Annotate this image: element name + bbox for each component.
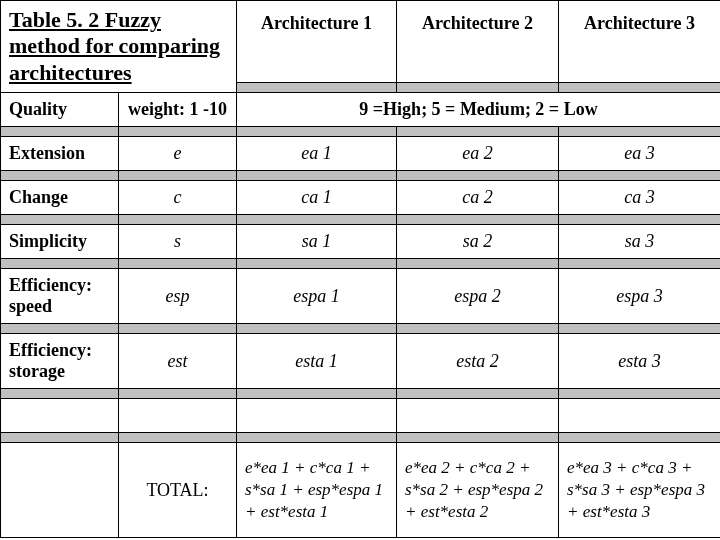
row-name: Extension	[1, 137, 119, 171]
table-row: Efficiency: storage est esta 1 esta 2 es…	[1, 334, 721, 389]
cell-a3: sa 3	[559, 225, 721, 259]
row-name: Simplicity	[1, 225, 119, 259]
total-a1: e*ea 1 + c*ca 1 + s*sa 1 + esp*espa 1 + …	[237, 443, 397, 538]
cell-a1: sa 1	[237, 225, 397, 259]
row-name: Efficiency: storage	[1, 334, 119, 389]
cell-a2: esta 2	[397, 334, 559, 389]
weight-header: weight: 1 -10	[119, 93, 237, 127]
row-name: Change	[1, 181, 119, 215]
cell-a3: ca 3	[559, 181, 721, 215]
cell-weight: esp	[119, 269, 237, 324]
table-row: Extension e ea 1 ea 2 ea 3	[1, 137, 721, 171]
divider	[237, 83, 397, 93]
total-label: TOTAL:	[119, 443, 237, 538]
divider	[397, 83, 559, 93]
table-title: Table 5. 2 Fuzzy method for comparing ar…	[1, 1, 237, 93]
col-header-arch1: Architecture 1	[237, 1, 397, 83]
divider	[559, 127, 721, 137]
divider	[119, 127, 237, 137]
cell-a2: espa 2	[397, 269, 559, 324]
cell-weight: e	[119, 137, 237, 171]
cell-a1: ea 1	[237, 137, 397, 171]
cell-weight: est	[119, 334, 237, 389]
table-row: Change c ca 1 ca 2 ca 3	[1, 181, 721, 215]
cell-a2: ca 2	[397, 181, 559, 215]
divider	[397, 127, 559, 137]
empty-cell	[237, 399, 397, 433]
quality-header: Quality	[1, 93, 119, 127]
cell-a3: espa 3	[559, 269, 721, 324]
cell-a1: ca 1	[237, 181, 397, 215]
empty-cell	[1, 443, 119, 538]
divider	[237, 127, 397, 137]
cell-a3: ea 3	[559, 137, 721, 171]
col-header-arch3: Architecture 3	[559, 1, 721, 83]
table-row: Efficiency: speed esp espa 1 espa 2 espa…	[1, 269, 721, 324]
total-a2: e*ea 2 + c*ca 2 + s*sa 2 + esp*espa 2 + …	[397, 443, 559, 538]
fuzzy-method-table: Table 5. 2 Fuzzy method for comparing ar…	[0, 0, 720, 538]
cell-a1: esta 1	[237, 334, 397, 389]
empty-cell	[559, 399, 721, 433]
cell-a3: esta 3	[559, 334, 721, 389]
row-name: Efficiency: speed	[1, 269, 119, 324]
cell-a2: ea 2	[397, 137, 559, 171]
cell-weight: c	[119, 181, 237, 215]
divider	[559, 83, 721, 93]
cell-a1: espa 1	[237, 269, 397, 324]
scale-header: 9 =High; 5 = Medium; 2 = Low	[237, 93, 721, 127]
total-row: TOTAL: e*ea 1 + c*ca 1 + s*sa 1 + esp*es…	[1, 443, 721, 538]
empty-cell	[397, 399, 559, 433]
table-row: Simplicity s sa 1 sa 2 sa 3	[1, 225, 721, 259]
total-a3: e*ea 3 + c*ca 3 + s*sa 3 + esp*espa 3 + …	[559, 443, 721, 538]
cell-a2: sa 2	[397, 225, 559, 259]
empty-cell	[119, 399, 237, 433]
divider	[1, 127, 119, 137]
cell-weight: s	[119, 225, 237, 259]
empty-cell	[1, 399, 119, 433]
col-header-arch2: Architecture 2	[397, 1, 559, 83]
